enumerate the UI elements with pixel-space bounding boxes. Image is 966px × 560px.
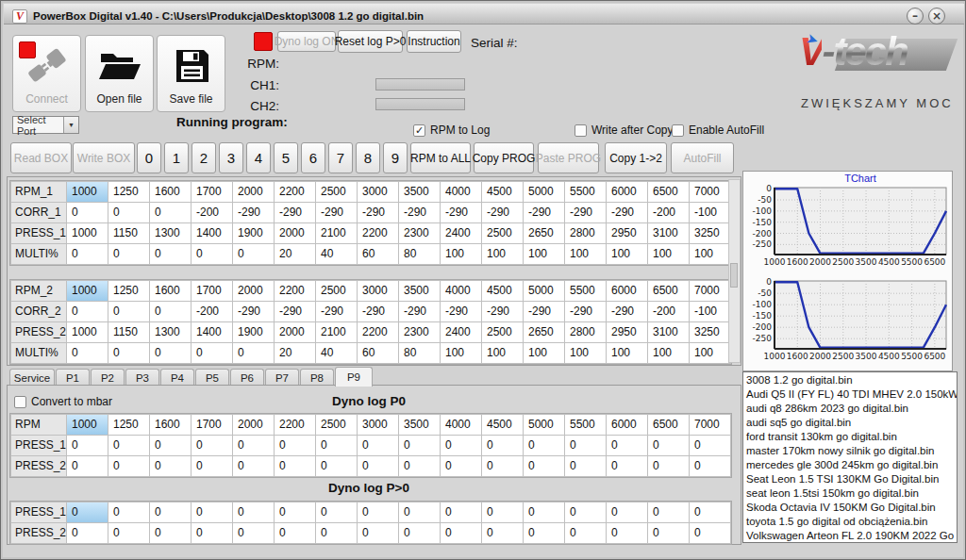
table-cell[interactable]: 0 <box>275 436 315 455</box>
table-cell[interactable]: 6500 <box>648 415 689 435</box>
table-cell[interactable]: 60 <box>358 244 398 264</box>
table-cell[interactable]: 1000 <box>67 182 108 202</box>
digit-button-6[interactable]: 6 <box>301 142 325 173</box>
table-cell[interactable]: 0 <box>316 436 357 455</box>
table-cell[interactable]: 5000 <box>524 415 564 435</box>
table-cell[interactable]: 0 <box>441 523 481 543</box>
table-cell[interactable]: 2000 <box>233 182 274 202</box>
table-cell[interactable]: 0 <box>150 302 191 321</box>
copy-1-to-2-button[interactable]: Copy 1->2 <box>605 142 667 173</box>
table-cell[interactable]: 0 <box>67 502 108 522</box>
table-cell[interactable]: 2800 <box>565 223 606 243</box>
file-item[interactable]: toyota 1.5 go digital od obciążenia.bin <box>743 515 957 529</box>
table-cell[interactable]: 0 <box>150 203 191 222</box>
table-cell[interactable]: 3000 <box>358 415 398 435</box>
table-cell[interactable]: 3250 <box>690 322 730 342</box>
table-cell[interactable]: 0 <box>192 523 232 543</box>
paste-prog-button[interactable]: Paste PROG <box>538 142 599 173</box>
table-cell[interactable]: 1000 <box>67 415 108 435</box>
table-cell[interactable]: 100 <box>565 244 606 264</box>
table-cell[interactable]: -290 <box>399 302 440 321</box>
tables-scrollbar[interactable] <box>728 179 741 363</box>
checkbox-box[interactable] <box>575 124 587 137</box>
table-cell[interactable]: 1000 <box>67 223 108 243</box>
table-cell[interactable]: 2400 <box>441 322 481 342</box>
file-item[interactable]: audi sq5 go digital.bin <box>743 416 957 430</box>
table-cell[interactable]: 6000 <box>607 182 647 202</box>
check-icon[interactable]: ✓ <box>413 124 425 137</box>
chevron-down-icon[interactable]: ▼ <box>63 117 78 133</box>
table-cell[interactable]: 1600 <box>150 281 191 301</box>
table-cell[interactable]: 0 <box>108 343 149 363</box>
table-cell[interactable]: 0 <box>150 436 191 455</box>
table-cell[interactable]: 1600 <box>150 182 191 202</box>
table-cell[interactable]: 6000 <box>607 281 647 301</box>
digit-button-4[interactable]: 4 <box>246 142 271 173</box>
write-after-copy-checkbox[interactable]: Write after Copy <box>575 124 673 137</box>
table-cell[interactable]: 0 <box>316 456 357 476</box>
table-cell[interactable]: 100 <box>690 343 730 363</box>
checkbox-box[interactable] <box>14 396 26 408</box>
table-cell[interactable]: 0 <box>441 436 481 455</box>
table-cell[interactable]: 7000 <box>690 182 730 202</box>
table-cell[interactable]: -290 <box>441 203 481 222</box>
table-cell[interactable]: 100 <box>690 244 730 264</box>
table-cell[interactable]: 0 <box>399 456 440 476</box>
table-cell[interactable]: 1250 <box>108 182 149 202</box>
table-cell[interactable]: -200 <box>648 302 689 321</box>
table-cell[interactable]: 5500 <box>565 281 606 301</box>
table-cell[interactable]: 4000 <box>441 182 481 202</box>
table-cell[interactable]: 0 <box>607 523 647 543</box>
table-cell[interactable]: 0 <box>399 523 440 543</box>
table-cell[interactable]: 7000 <box>690 415 730 435</box>
digit-button-1[interactable]: 1 <box>164 142 189 173</box>
file-item[interactable]: Seat Leon 1.5 TSI 130KM Go Digital.bin <box>743 472 957 486</box>
digit-button-2[interactable]: 2 <box>192 142 216 173</box>
table-cell[interactable]: 2000 <box>233 281 274 301</box>
table-cell[interactable]: 0 <box>565 523 606 543</box>
table-cell[interactable]: 100 <box>524 244 564 264</box>
table-cell[interactable]: 1000 <box>67 322 108 342</box>
table-cell[interactable]: -290 <box>441 302 481 321</box>
table-cell[interactable]: 2500 <box>316 415 357 435</box>
table-cell[interactable]: 100 <box>565 343 606 363</box>
table-cell[interactable]: 3250 <box>690 223 730 243</box>
digit-button-9[interactable]: 9 <box>383 142 408 173</box>
table-cell[interactable]: 0 <box>108 456 149 476</box>
table-cell[interactable]: 1400 <box>192 322 232 342</box>
table-cell[interactable]: 20 <box>275 244 315 264</box>
table-cell[interactable]: 0 <box>648 502 689 522</box>
reset-log-button[interactable]: Reset log P>0 <box>338 30 403 53</box>
table-cell[interactable]: -290 <box>233 302 274 321</box>
table-cell[interactable]: 5000 <box>524 182 564 202</box>
table-cell[interactable]: 100 <box>607 244 647 264</box>
table-cell[interactable]: 2300 <box>399 223 440 243</box>
table-cell[interactable]: 2500 <box>482 322 523 342</box>
table-cell[interactable]: 2200 <box>358 223 398 243</box>
copy-prog-button[interactable]: Copy PROG <box>474 142 534 173</box>
table-cell[interactable]: 0 <box>482 456 523 476</box>
table-cell[interactable]: -200 <box>192 302 232 321</box>
table-cell[interactable]: 60 <box>358 343 398 363</box>
instruction-button[interactable]: Instruction <box>407 30 461 53</box>
file-item[interactable]: Audi Q5 II (FY FL) 40 TDI MHEV 2.0 150kW… <box>743 387 957 402</box>
dyno-log-on-button[interactable]: Dyno log ON <box>277 31 336 52</box>
table-cell[interactable]: 0 <box>275 523 315 543</box>
table-cell[interactable]: 0 <box>150 523 191 543</box>
table-cell[interactable]: -290 <box>524 302 564 321</box>
title-bar[interactable]: V PowerBox Digital v1.40 - C:\Users\Prod… <box>4 4 964 25</box>
table-cell[interactable]: 0 <box>192 343 232 363</box>
table-cell[interactable]: 0 <box>67 456 108 476</box>
table-cell[interactable]: 1900 <box>233 322 274 342</box>
table-cell[interactable]: 0 <box>690 502 730 522</box>
table-cell[interactable]: 0 <box>108 502 149 522</box>
table-cell[interactable]: 3100 <box>648 223 689 243</box>
table-cell[interactable]: 0 <box>524 436 564 455</box>
file-item[interactable]: Skoda Octavia IV 150KM Go Digital.bin <box>743 501 957 515</box>
read-box-button[interactable]: Read BOX <box>10 142 72 173</box>
table-cell[interactable]: 0 <box>316 523 357 543</box>
table-cell[interactable]: 0 <box>275 456 315 476</box>
table-cell[interactable]: 2950 <box>607 223 647 243</box>
table-cell[interactable]: 0 <box>399 436 440 455</box>
scrollbar-thumb[interactable] <box>730 263 738 288</box>
